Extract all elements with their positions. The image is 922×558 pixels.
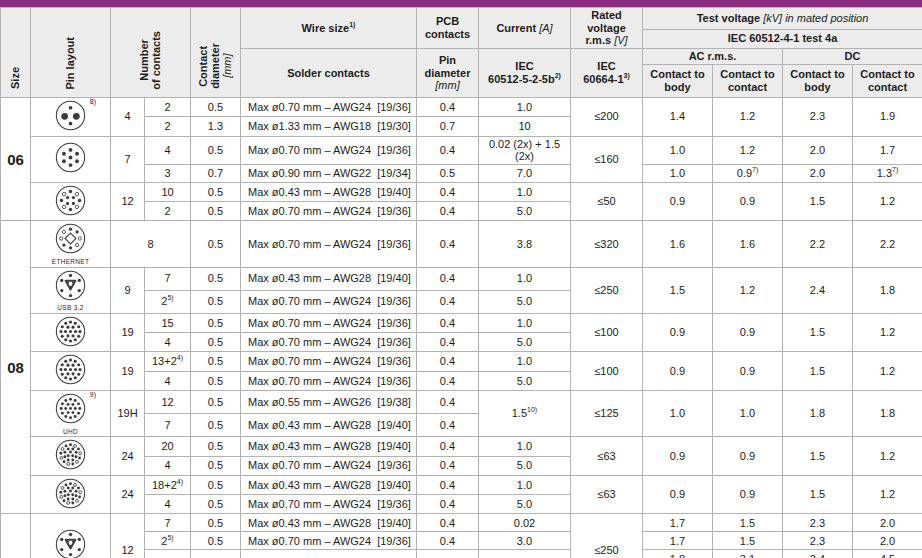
cell-contact-diameter: 0.5	[191, 437, 241, 456]
cell-dc-contact-to-body: 2.4	[783, 550, 853, 558]
cell-solder-contacts: Max ø0.70 mm – AWG24 [19/36]	[241, 221, 417, 267]
col-header-contact-diameter: Contact diameter[mm]	[191, 8, 241, 98]
cell-ac-contact-to-body: 0.9	[643, 313, 713, 352]
cell-ac-contact-to-body: 1.7	[643, 532, 713, 550]
cell-solder-contacts: Max ø0.43 mm – AWG28 [19/40]	[241, 414, 417, 437]
cell-ac-contact-to-contact: 1.2	[713, 97, 783, 136]
cell-contacts: 3	[145, 550, 191, 558]
cell-dc-contact-to-contact: 4.5	[853, 550, 922, 558]
cell-ac-contact-to-body: 1.0	[643, 136, 713, 164]
cell-dc-contact-to-body: 2.2	[783, 221, 853, 267]
cell-dc-contact-to-body: 1.5	[783, 313, 853, 352]
cell-rated-voltage: ≤125	[571, 391, 643, 437]
cell-contact-diameter: 0.7	[191, 164, 241, 182]
cell-contacts: 12	[145, 391, 191, 414]
cell-pin-diameter: 0.4	[417, 97, 479, 116]
cell-ac-contact-to-contact: 1.6	[713, 221, 783, 267]
pin-layout-label: USB 3.2	[33, 305, 108, 312]
cell-contacts: 25)	[145, 532, 191, 550]
cell-rated-voltage: ≤50	[571, 182, 643, 221]
cell-dc-contact-to-body: 2.0	[783, 136, 853, 164]
cell-current: 1.0	[479, 352, 571, 371]
cell-current: 1.0	[479, 97, 571, 116]
cell-dc-contact-to-contact: 1.2	[853, 352, 922, 391]
col-header-dc: DC	[783, 48, 922, 64]
cell-contact-diameter: 1.3	[191, 117, 241, 136]
cell-pin-layout	[31, 182, 111, 221]
cell-dc-contact-to-contact: 2.2	[853, 221, 922, 267]
cell-contacts: 4	[145, 333, 191, 352]
col-header-current-standard: IEC 60512-5-2-5b2)	[479, 48, 571, 97]
cell-contacts: 2	[145, 97, 191, 116]
cell-dc-contact-to-contact: 2.0	[853, 514, 922, 532]
cell-pin-diameter: 0.4	[417, 352, 479, 371]
cell-solder-contacts: Max ø0.70 mm – AWG24 [19/36]	[241, 202, 417, 221]
col-header-dc-contact-to-contact: Contact to contact	[853, 64, 922, 97]
cell-contact-diameter: 0.5	[191, 313, 241, 332]
cell-dc-contact-to-contact: 1.2	[853, 475, 922, 514]
cell-pin-diameter: 0.4	[417, 313, 479, 332]
cell-ac-contact-to-body: 1.8	[643, 550, 713, 558]
cell-pin-diameter: 0.4	[417, 495, 479, 514]
cell-contacts-total: 8	[111, 221, 191, 267]
cell-current: 5.0	[479, 290, 571, 313]
cell-ac-contact-to-contact: 1.0	[713, 391, 783, 437]
cell-rated-voltage: ≤160	[571, 136, 643, 182]
cell-current: 3.0	[479, 532, 571, 550]
cell-contact-diameter: 0.5	[191, 352, 241, 371]
cell-pin-diameter: 0.7	[417, 550, 479, 558]
cell-solder-contacts: Max ø0.70 mm – AWG24 [19/36]	[241, 495, 417, 514]
cell-contacts: 10	[145, 182, 191, 201]
cell-contact-diameter: 0.5	[191, 414, 241, 437]
cell-pin-layout	[31, 437, 111, 476]
cell-pin-diameter: 0.4	[417, 437, 479, 456]
cell-ac-contact-to-body: 1.4	[643, 97, 713, 136]
table-body: 068)420.5Max ø0.70 mm – AWG24 [19/36]0.4…	[1, 97, 922, 558]
cell-ac-contact-to-contact: 1.5	[713, 514, 783, 532]
cell-contacts-total: 24	[111, 475, 145, 514]
top-accent-bar	[0, 0, 922, 7]
cell-dc-contact-to-body: 1.5	[783, 352, 853, 391]
cell-rated-voltage: ≤63	[571, 437, 643, 476]
cell-pin-diameter: 0.4	[417, 182, 479, 201]
pin-layout-7-icon	[54, 141, 87, 174]
cell-dc-contact-to-body: 2.3	[783, 97, 853, 136]
cell-dc-contact-to-contact: 2.0	[853, 532, 922, 550]
cell-pin-diameter: 0.4	[417, 475, 479, 494]
cell-current: 5.0	[479, 202, 571, 221]
cell-contact-diameter: 0.5	[191, 532, 241, 550]
cell-solder-contacts: Max ø0.70 mm – AWG24 [19/36]	[241, 456, 417, 475]
cell-ac-contact-to-contact: 0.97)	[713, 164, 783, 182]
col-header-test-voltage: Test voltage [kV] in mated position	[643, 8, 922, 30]
cell-size: 10	[1, 514, 31, 558]
cell-pin-diameter: 0.4	[417, 456, 479, 475]
cell-dc-contact-to-body: 1.8	[783, 391, 853, 437]
cell-current: 3.8	[479, 221, 571, 267]
cell-contact-diameter: 0.5	[191, 456, 241, 475]
cell-dc-contact-to-contact: 1.37)	[853, 164, 922, 182]
usb-pin-layout-icon	[54, 528, 87, 558]
ethernet-pin-layout-icon	[54, 222, 87, 255]
cell-contacts-total: 12	[111, 182, 145, 221]
cell-pin-layout: USB 3.2	[31, 267, 111, 313]
col-header-number-of-contacts: Number of contacts	[111, 8, 191, 98]
cell-pin-layout: 8)	[31, 97, 111, 136]
cell-solder-contacts: Max ø0.90 mm – AWG22 [19/34]	[241, 164, 417, 182]
col-header-rated-standard: IEC 60664-13)	[571, 48, 643, 97]
cell-pin-diameter: 0.4	[417, 290, 479, 313]
col-header-rated-voltage: Rated voltager.m.s [V]	[571, 8, 643, 49]
cell-contacts: 2	[145, 117, 191, 136]
col-header-current: Current [A]	[479, 8, 571, 49]
cell-current: 0.02 (2x) + 1.5 (2x)	[479, 136, 571, 164]
cell-ac-contact-to-body: 1.7	[643, 514, 713, 532]
pin-layout-4-icon: 8)	[54, 99, 87, 132]
cell-contacts: 2	[145, 202, 191, 221]
cell-pin-diameter: 0.4	[417, 532, 479, 550]
cell-contacts: 7	[145, 514, 191, 532]
col-header-pin-layout: Pin layout	[31, 8, 111, 98]
cell-contact-diameter: 0.5	[191, 495, 241, 514]
cell-ac-contact-to-contact: 1.2	[713, 136, 783, 164]
cell-rated-voltage: ≤63	[571, 475, 643, 514]
cell-rated-voltage: ≤100	[571, 352, 643, 391]
cell-contacts: 4	[145, 371, 191, 390]
